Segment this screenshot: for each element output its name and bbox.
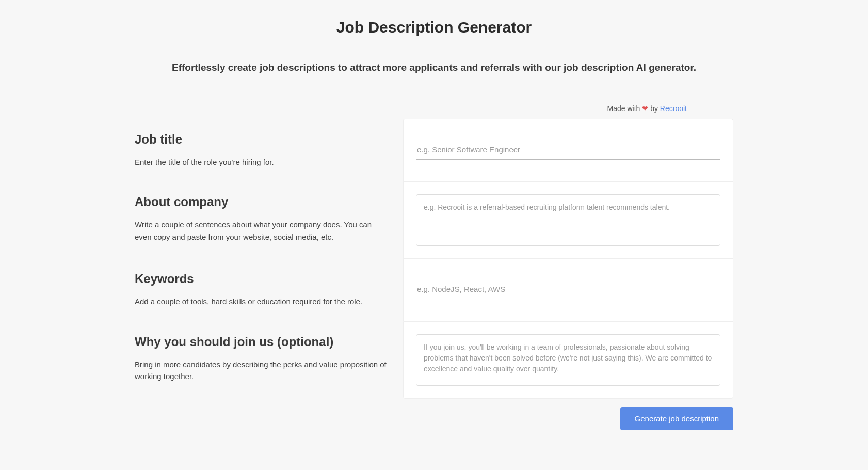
row-about-company: About company Write a couple of sentence… bbox=[135, 181, 733, 258]
attribution-prefix: Made with bbox=[607, 104, 642, 113]
attribution: Made with ❤ by Recrooit bbox=[135, 104, 733, 113]
row-keywords: Keywords Add a couple of tools, hard ski… bbox=[135, 258, 733, 321]
row-job-title: Job title Enter the title of the role yo… bbox=[135, 119, 733, 181]
why-join-textarea[interactable] bbox=[416, 334, 720, 386]
heart-icon: ❤ bbox=[642, 104, 648, 113]
attribution-by: by bbox=[648, 104, 660, 113]
row-why-join: Why you should join us (optional) Bring … bbox=[135, 321, 733, 399]
attribution-link[interactable]: Recrooit bbox=[660, 104, 687, 113]
about-company-description: Write a couple of sentences about what y… bbox=[135, 218, 388, 243]
keywords-description: Add a couple of tools, hard skills or ed… bbox=[135, 295, 388, 307]
job-title-heading: Job title bbox=[135, 132, 388, 147]
job-title-description: Enter the title of the role you're hirin… bbox=[135, 156, 388, 168]
keywords-input[interactable] bbox=[416, 279, 720, 299]
why-join-description: Bring in more candidates by describing t… bbox=[135, 358, 388, 383]
job-title-input[interactable] bbox=[416, 140, 720, 160]
why-join-heading: Why you should join us (optional) bbox=[135, 335, 388, 349]
page-title: Job Description Generator bbox=[135, 19, 733, 36]
generate-button[interactable]: Generate job description bbox=[620, 407, 733, 430]
form: Job title Enter the title of the role yo… bbox=[135, 119, 733, 399]
about-company-textarea[interactable] bbox=[416, 194, 720, 246]
about-company-heading: About company bbox=[135, 195, 388, 209]
page-subtitle: Effortlessly create job descriptions to … bbox=[135, 62, 733, 73]
keywords-heading: Keywords bbox=[135, 272, 388, 286]
